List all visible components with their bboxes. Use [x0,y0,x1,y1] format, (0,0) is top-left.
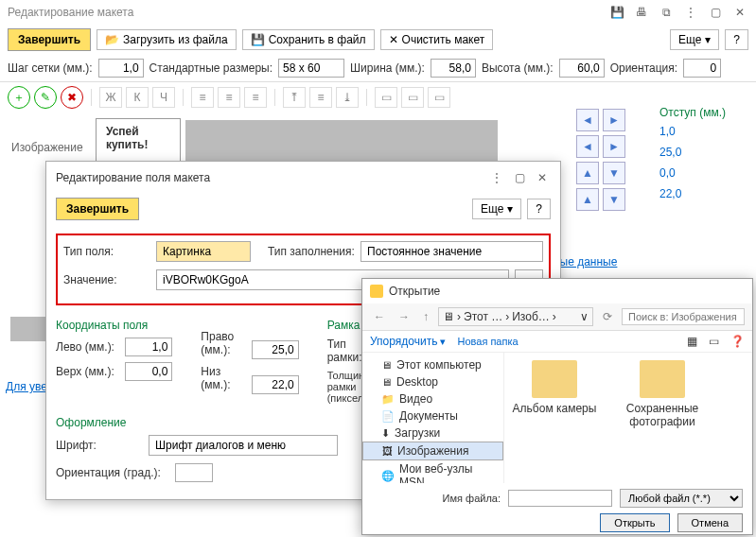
add-button[interactable]: ＋ [8,86,30,109]
save-to-file-button[interactable]: 💾Сохранить в файл [242,29,375,50]
arrow-right[interactable]: ► [603,109,625,131]
refresh-icon[interactable]: ⟳ [599,308,616,325]
left-label: Лево (мм.): [56,340,122,354]
clear-layout-button[interactable]: ✕Очистить макет [380,29,494,50]
top-input[interactable] [125,362,172,381]
tree-msn[interactable]: 🌐 Мои веб-узлы MSN [362,460,503,483]
arrow-left-2[interactable]: ◄ [576,135,599,158]
font-input[interactable] [149,435,338,456]
preview-icon[interactable]: ▭ [709,335,719,348]
align-right-button[interactable]: ≡ [244,87,267,108]
right-label: Право (мм.): [201,330,248,356]
save-icon[interactable]: 💾 [608,4,625,21]
help-button[interactable]: ? [725,29,748,50]
arrow-down-2[interactable]: ▼ [603,188,625,211]
bottom-label: Низ (мм.): [201,365,248,391]
left-input[interactable] [125,338,172,356]
border-button-3[interactable]: ▭ [428,87,450,108]
close-icon[interactable]: ✕ [731,4,748,21]
x-icon: ✕ [389,33,398,46]
orientation-input[interactable] [683,59,721,78]
folder-camera-roll[interactable]: Альбом камеры [512,360,597,476]
maximize-icon[interactable]: ▢ [707,4,724,21]
valign-top-button[interactable]: ⤒ [283,87,306,108]
fill-type-select[interactable] [360,241,543,262]
search-input[interactable] [622,308,745,325]
file-list[interactable]: Альбом камеры Сохраненные фотографии [504,353,752,483]
menu-icon[interactable]: ⋮ [682,4,699,21]
more-button[interactable]: Еще ▾ [670,29,719,50]
nudge-arrow-grid: ◄► ◄► ▲▼ ▲▼ [576,109,652,211]
italic-button[interactable]: К [126,87,149,108]
back-icon[interactable]: ← [370,308,389,325]
new-folder-button[interactable]: Новая папка [457,336,518,347]
load-from-file-button[interactable]: 📂Загрузить из файла [97,29,237,50]
border-button-1[interactable]: ▭ [375,87,397,108]
grid-step-label: Шаг сетки (мм.): [8,61,93,75]
finish-button[interactable]: Завершить [8,28,91,51]
info-icon[interactable]: ❓ [730,335,745,348]
tree-desktop[interactable]: 🖥 Desktop [362,373,503,390]
delete-button[interactable]: ✖ [61,86,83,109]
arrow-up-2[interactable]: ▲ [576,188,599,211]
arrow-right-2[interactable]: ► [603,135,625,158]
field-type-select[interactable] [156,241,251,262]
modal-titlebar: Редактирование поля макета ⋮ ▢ ✕ [46,162,560,194]
indent-val-1[interactable]: 1,0 [659,125,745,138]
indent-val-4[interactable]: 22,0 [659,187,745,200]
up-icon[interactable]: ↑ [419,308,432,325]
std-sizes-select[interactable] [278,59,344,78]
tree-video[interactable]: 📁 Видео [362,390,503,407]
right-input[interactable] [252,340,299,359]
grid-step-input[interactable] [98,59,144,78]
fill-type-label: Тип заполнения: [268,245,355,258]
modal-maximize-icon[interactable]: ▢ [511,169,528,186]
filename-input[interactable] [508,490,612,507]
file-filter-select[interactable]: Любой файл (*.*) [620,489,743,508]
tree-documents[interactable]: 📄 Документы [362,407,503,424]
indent-val-2[interactable]: 25,0 [659,146,745,159]
height-input[interactable] [559,59,605,78]
arrow-left[interactable]: ◄ [576,109,599,131]
border-button-2[interactable]: ▭ [401,87,424,108]
print-icon[interactable]: 🖶 [633,4,650,21]
filedialog-nav: ← → ↑ 🖥 ›Этот … ›Изоб… ›∨ ⟳ [362,303,752,331]
tree-downloads[interactable]: ⬇ Загрузки [362,424,503,442]
folder-icon [640,360,685,398]
modal-more-button[interactable]: Еще ▾ [472,199,521,219]
underline-button[interactable]: Ч [152,87,175,108]
breadcrumb[interactable]: 🖥 ›Этот … ›Изоб… ›∨ [438,307,593,326]
bold-button[interactable]: Ж [99,87,122,108]
disk-icon: 💾 [251,33,265,46]
arrow-up[interactable]: ▲ [576,162,599,184]
edit-button[interactable]: ✎ [34,86,57,109]
valign-middle-button[interactable]: ≡ [309,87,332,108]
view-icon[interactable]: ▦ [687,335,697,348]
orient-deg-label: Ориентация (град.): [56,466,169,479]
folder-icon [370,285,383,298]
open-button[interactable]: Открыть [600,513,669,532]
bottom-input[interactable] [252,375,299,394]
attach-icon[interactable]: ⧉ [658,4,675,21]
folder-saved-pictures[interactable]: Сохраненные фотографии [620,360,705,476]
cancel-button[interactable]: Отмена [677,513,743,532]
tree-images[interactable]: 🖼 Изображения [362,442,503,460]
orient-deg-input[interactable] [175,463,213,482]
filedialog-toolbar: Упорядочить ▾ Новая папка ▦ ▭ ❓ [362,331,752,353]
indent-val-3[interactable]: 0,0 [659,166,745,180]
align-left-button[interactable]: ≡ [191,87,214,108]
modal-close-icon[interactable]: ✕ [534,169,551,186]
forward-icon[interactable]: → [395,308,413,325]
folder-tree[interactable]: 🖥 Этот компьютер 🖥 Desktop 📁 Видео 📄 Док… [362,353,504,483]
organize-menu[interactable]: Упорядочить ▾ [370,335,446,348]
valign-bottom-button[interactable]: ⤓ [336,87,359,108]
indent-panel: Отступ (мм.) 1,0 25,0 0,0 22,0 [659,106,745,208]
align-center-button[interactable]: ≡ [218,87,240,108]
arrow-down[interactable]: ▼ [603,162,625,184]
width-input[interactable] [431,59,476,78]
modal-help-button[interactable]: ? [527,199,551,219]
tree-this-pc[interactable]: 🖥 Этот компьютер [362,356,503,373]
modal-finish-button[interactable]: Завершить [56,198,139,220]
modal-menu-icon[interactable]: ⋮ [488,169,505,186]
coords-header: Координаты поля [56,319,148,332]
